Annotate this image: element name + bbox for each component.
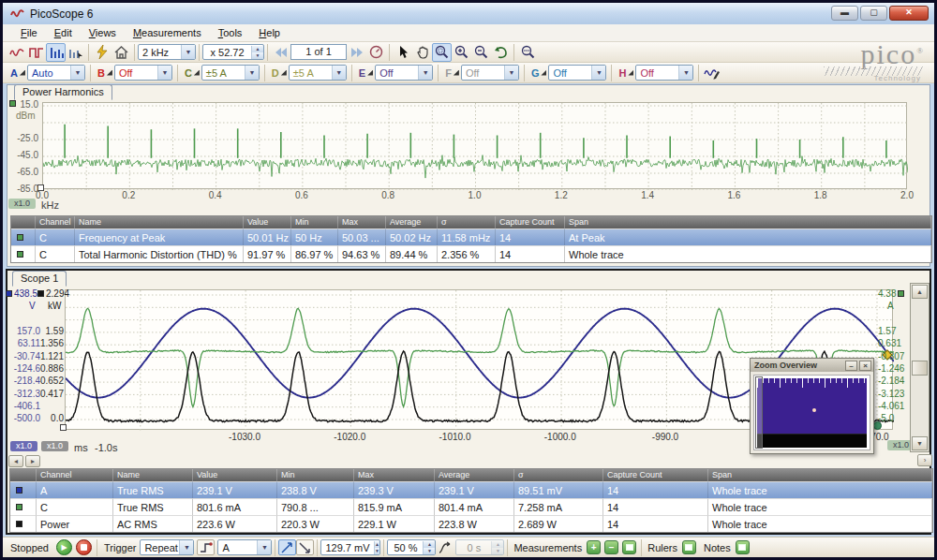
- table-header-row: ChannelNameValueMinMaxAverageσCapture Co…: [11, 216, 931, 228]
- channel-h-range-select[interactable]: Off▼: [635, 65, 693, 81]
- scroll-left-button[interactable]: ◂: [8, 455, 23, 467]
- edit-measurement-button[interactable]: [622, 540, 636, 554]
- normal-cursor-icon[interactable]: [393, 43, 412, 62]
- minimize-button[interactable]: ▬: [831, 6, 858, 21]
- zoom-overview-minimize-icon[interactable]: –: [845, 361, 857, 371]
- channel-d-range-select[interactable]: ±5 A▼: [289, 65, 347, 81]
- zoom-overview-close-icon[interactable]: ×: [859, 361, 871, 371]
- next-buffer-icon[interactable]: [347, 43, 366, 62]
- voltage-scale-badge[interactable]: x1.0: [10, 441, 37, 451]
- trigger-source-select[interactable]: A▼: [217, 539, 272, 555]
- home-icon[interactable]: [112, 43, 131, 62]
- table-row[interactable]: CTotal Harmonic Distortion (THD) %91.97 …: [11, 245, 931, 262]
- channel-f-range-select[interactable]: Off▼: [461, 65, 519, 81]
- table-row[interactable]: CTrue RMS801.6 mA790.8 ...815.9 mA801.4 …: [10, 498, 932, 515]
- scope-zero-marker[interactable]: [60, 424, 67, 431]
- trigger-arrow-icon[interactable]: [436, 538, 455, 557]
- channel-c-range-select[interactable]: ±5 A▼: [201, 65, 260, 81]
- stepper-arrows[interactable]: ▲▼: [374, 541, 380, 554]
- persistence-view-icon[interactable]: [26, 43, 46, 62]
- channel-range-value: Off: [549, 67, 591, 79]
- chevron-down-icon: ▼: [157, 66, 171, 80]
- table-header-cell: Average: [386, 216, 438, 228]
- stepper-arrows[interactable]: ▲▼: [251, 46, 263, 59]
- zoom-overview-spectrum[interactable]: [757, 378, 867, 434]
- table-cell: 14: [603, 515, 708, 532]
- menu-item-help[interactable]: Help: [250, 25, 289, 40]
- table-cell: Whole trace: [708, 515, 932, 532]
- scroll-right-button[interactable]: ▸: [25, 455, 40, 467]
- spectrum-options-icon[interactable]: [66, 43, 85, 62]
- sample-rate-select[interactable]: 2 kHz▼: [138, 44, 196, 60]
- scrollbar-up-icon[interactable]: ▲: [912, 285, 928, 299]
- zoom-region-indicator[interactable]: [755, 376, 763, 449]
- tab-power-harmonics[interactable]: Power Harmonics: [14, 84, 112, 100]
- channel-g-range-select[interactable]: Off▼: [548, 65, 606, 81]
- menu-item-measurements[interactable]: Measurements: [125, 25, 210, 40]
- title-bar[interactable]: PicoScope 6 ▬ ▢ ✕: [3, 3, 934, 24]
- menu-item-tools[interactable]: Tools: [210, 25, 251, 40]
- rulers-button[interactable]: [682, 540, 696, 554]
- zoom-overview-window[interactable]: Zoom Overview – ×: [750, 358, 874, 454]
- channel-b-block: BOff▼: [94, 65, 172, 81]
- power-scale-badge[interactable]: x1.0: [41, 441, 68, 451]
- advanced-trigger-icon[interactable]: [197, 539, 215, 555]
- channel-a-range-select[interactable]: Auto▼: [27, 65, 85, 81]
- scope-scrollbar[interactable]: ▲ ▼: [910, 283, 930, 452]
- trigger-delay-stepper[interactable]: 0 s ▲▼: [455, 539, 504, 555]
- table-row[interactable]: ATrue RMS239.1 V238.8 V239.3 V239.1 V89.…: [10, 481, 932, 498]
- spectrum-plot[interactable]: [42, 102, 907, 189]
- buffer-navigator-icon[interactable]: [366, 43, 386, 62]
- scrollbar-thumb[interactable]: [912, 361, 928, 376]
- notes-button[interactable]: [736, 540, 750, 554]
- falling-edge-icon[interactable]: [296, 539, 314, 555]
- spectrum-view-icon[interactable]: [46, 43, 66, 62]
- channel-b-range-select[interactable]: Off▼: [114, 65, 172, 81]
- zoom-in-icon[interactable]: [452, 43, 471, 62]
- zoom-overview-waveband: [757, 434, 867, 448]
- previous-buffer-icon[interactable]: [271, 43, 290, 62]
- channel-a-block: AAuto▼: [7, 65, 85, 81]
- picoscope-window: PicoScope 6 ▬ ▢ ✕ FileEditViewsMeasureme…: [0, 0, 937, 560]
- channel-e-range-select[interactable]: Off▼: [375, 65, 433, 81]
- buffer-page-indicator[interactable]: 1 of 1: [290, 44, 347, 60]
- table-header-cell: Span: [565, 216, 931, 228]
- hand-tool-icon[interactable]: [412, 43, 432, 62]
- remove-measurement-button[interactable]: −: [604, 540, 618, 554]
- start-capture-button[interactable]: ▶: [56, 539, 72, 555]
- marquee-zoom-icon[interactable]: [432, 43, 452, 62]
- trigger-level-stepper[interactable]: 129.7 mV ▲▼: [320, 539, 380, 555]
- stop-capture-button[interactable]: [76, 539, 92, 555]
- row-chip-cell: [10, 498, 37, 515]
- undo-zoom-icon[interactable]: [491, 43, 511, 62]
- menu-item-edit[interactable]: Edit: [46, 25, 81, 40]
- scope-view-icon[interactable]: [7, 43, 26, 62]
- add-measurement-button[interactable]: +: [587, 540, 601, 554]
- zoom-multiplier-stepper[interactable]: x 52.72 ▲▼: [202, 44, 264, 60]
- rising-edge-icon[interactable]: [278, 539, 296, 555]
- trigger-mode-select[interactable]: Repeat▼: [140, 539, 194, 555]
- spectrum-zero-marker[interactable]: [37, 184, 44, 191]
- maximize-button[interactable]: ▢: [860, 6, 887, 21]
- zoom-out-icon[interactable]: [471, 43, 491, 62]
- spectrum-channel-marker[interactable]: [9, 100, 16, 107]
- chevron-down-icon: ▼: [179, 540, 193, 554]
- math-channels-icon[interactable]: [702, 64, 721, 82]
- close-button[interactable]: ✕: [889, 6, 929, 21]
- chevron-down-icon: ▼: [418, 66, 432, 80]
- probe-wizard-icon[interactable]: [92, 43, 112, 62]
- menu-item-file[interactable]: File: [12, 25, 46, 40]
- zoom-overview-titlebar[interactable]: Zoom Overview – ×: [751, 359, 873, 372]
- scrollbar-down-icon[interactable]: ▼: [912, 436, 928, 450]
- zoom-full-icon[interactable]: [517, 43, 537, 62]
- tab-scope-1[interactable]: Scope 1: [12, 271, 67, 287]
- scope-table: ChannelNameValueMinMaxAverageσCapture Co…: [9, 468, 933, 533]
- table-row[interactable]: CFrequency at Peak50.01 Hz50 Hz50.03 ...…: [11, 228, 931, 245]
- current-zero-marker[interactable]: [873, 421, 882, 430]
- spectrum-scale-badge[interactable]: x1.0: [8, 199, 36, 209]
- menu-item-views[interactable]: Views: [81, 25, 125, 40]
- pretrigger-stepper[interactable]: 50 % ▲▼: [387, 539, 436, 555]
- stepper-arrows[interactable]: ▲▼: [423, 541, 435, 554]
- expand-axis-button[interactable]: ›: [917, 454, 932, 466]
- table-row[interactable]: PowerAC RMS223.6 W220.3 W229.1 W223.8 W2…: [10, 515, 932, 532]
